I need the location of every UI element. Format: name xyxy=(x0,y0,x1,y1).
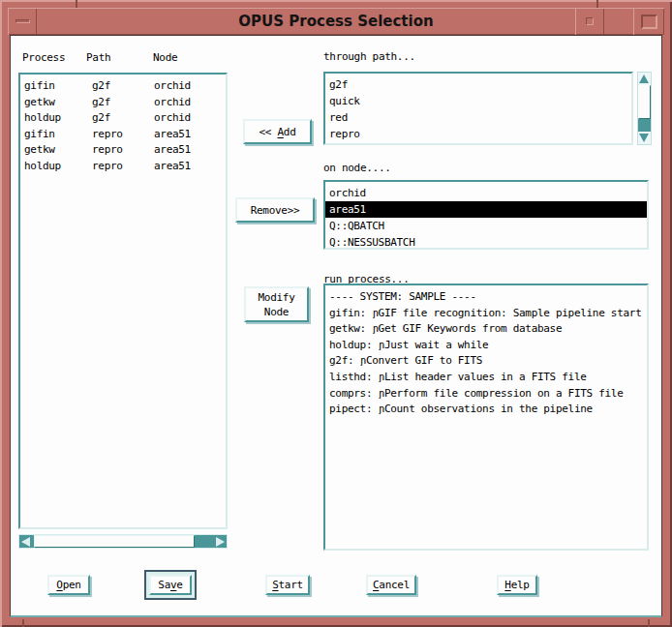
process-row[interactable]: gifin g2f orchid xyxy=(20,78,226,95)
modify-node-button[interactable]: ModifyNode xyxy=(244,286,309,322)
start-button[interactable]: Start xyxy=(265,575,310,595)
run-process-item[interactable]: g2f: ɲConvert GIF to FITS xyxy=(325,353,647,370)
scroll-right-button[interactable] xyxy=(212,535,227,548)
save-default-ring: Save xyxy=(144,570,197,600)
horizontal-scroll-thumb[interactable] xyxy=(34,535,195,548)
vertical-scroll-trough[interactable] xyxy=(638,119,651,133)
run-process-item[interactable]: comprs: ɲPerform file compression on a F… xyxy=(325,386,647,403)
on-node-list[interactable]: orchid area51 Q::QBATCH Q::NESSUSBATCH xyxy=(323,180,649,250)
minimize-button[interactable] xyxy=(575,8,604,35)
scroll-up-icon xyxy=(639,75,649,83)
scroll-down-button[interactable] xyxy=(638,132,651,144)
run-process-item[interactable]: listhd: ɲList header values in a FITS fi… xyxy=(325,370,647,386)
run-process-item[interactable]: holdup: ɲJust wait a while xyxy=(325,338,647,354)
horizontal-scrollbar[interactable] xyxy=(18,534,228,549)
path-item[interactable]: repro xyxy=(325,126,631,142)
vertical-scrollbar[interactable] xyxy=(637,72,652,145)
open-button[interactable]: Open xyxy=(47,575,90,595)
scroll-down-icon xyxy=(639,134,649,142)
column-header-process: Process xyxy=(22,51,65,64)
scroll-left-icon xyxy=(21,537,30,547)
through-path-list[interactable]: g2f quick red repro xyxy=(323,72,633,145)
through-path-label: through path... xyxy=(323,50,415,63)
scroll-right-icon xyxy=(216,537,225,547)
path-item[interactable]: quick xyxy=(325,93,631,109)
maximize-icon xyxy=(641,15,657,29)
run-process-list[interactable]: ---- SYSTEM: SAMPLE ---- gifin: ɲGIF fil… xyxy=(323,284,649,551)
horizontal-scroll-trough[interactable] xyxy=(195,535,212,548)
minimize-icon xyxy=(586,17,594,25)
frame-notch xyxy=(596,0,598,8)
process-list[interactable]: gifin g2f orchid getkw g2f orchid holdup… xyxy=(18,73,228,529)
add-button[interactable]: << Add xyxy=(243,119,312,144)
node-item[interactable]: Q::NESSUSBATCH xyxy=(325,234,647,250)
titlebar[interactable]: OPUS Process Selection xyxy=(8,8,664,35)
run-process-item[interactable]: pipect: ɲCount observations in the pipel… xyxy=(325,402,647,418)
window-title: OPUS Process Selection xyxy=(8,13,664,30)
help-button[interactable]: Help xyxy=(497,575,537,595)
maximize-button[interactable] xyxy=(633,8,664,35)
path-item[interactable]: red xyxy=(325,109,631,126)
frame-notch xyxy=(22,619,24,627)
process-row[interactable]: holdup g2f orchid xyxy=(20,110,226,127)
scroll-left-button[interactable] xyxy=(19,535,34,548)
scroll-up-button[interactable] xyxy=(638,73,651,85)
run-process-item[interactable]: getkw: ɲGet GIF Keywords from database xyxy=(325,321,647,338)
node-item-selected[interactable]: area51 xyxy=(325,201,647,218)
node-item[interactable]: Q::QBATCH xyxy=(325,218,647,234)
cancel-button[interactable]: Cancel xyxy=(366,575,416,595)
client-area: Process Path Node gifin g2f orchid getkw… xyxy=(10,35,662,617)
run-process-item[interactable]: ---- SYSTEM: SAMPLE ---- xyxy=(325,289,647,306)
node-item[interactable]: orchid xyxy=(325,185,647,201)
run-process-item[interactable]: gifin: ɲGIF file recognition: Sample pip… xyxy=(325,306,647,322)
remove-button[interactable]: Remove>> xyxy=(235,197,315,223)
vertical-scroll-thumb[interactable] xyxy=(638,85,651,119)
process-row[interactable]: getkw repro area51 xyxy=(20,142,226,159)
process-row[interactable]: getkw g2f orchid xyxy=(20,95,226,111)
process-row[interactable]: gifin repro area51 xyxy=(20,127,226,143)
path-item[interactable]: g2f xyxy=(325,76,631,93)
on-node-label: on node.... xyxy=(323,162,391,174)
save-button[interactable]: Save xyxy=(149,575,192,595)
column-header-node: Node xyxy=(153,51,177,64)
column-header-path: Path xyxy=(86,51,110,64)
frame-notch xyxy=(648,619,650,627)
process-row[interactable]: holdup repro area51 xyxy=(20,159,226,175)
frame-notch xyxy=(76,0,77,8)
